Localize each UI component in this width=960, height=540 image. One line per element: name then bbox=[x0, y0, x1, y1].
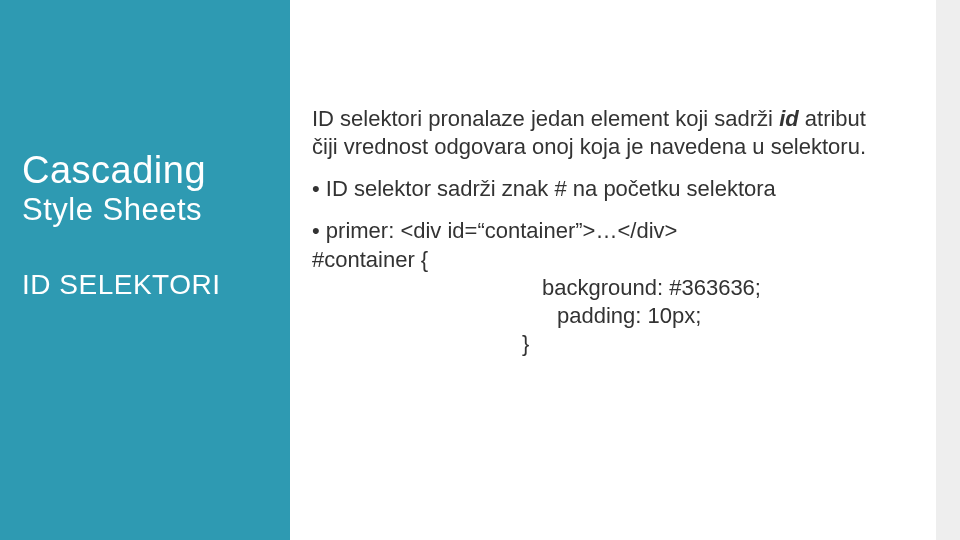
slide-subtitle: ID SELEKTORI bbox=[22, 269, 268, 301]
example-line-div: • primer: <div id=“container”>…</div> bbox=[312, 218, 677, 243]
example-line-background: background: #363636; bbox=[312, 275, 761, 300]
sidebar-panel: Cascading Style Sheets ID SELEKTORI bbox=[0, 0, 290, 540]
intro-text-a: ID selektori pronalaze jedan element koj… bbox=[312, 106, 779, 131]
slide: Cascading Style Sheets ID SELEKTORI ID s… bbox=[0, 0, 960, 540]
slide-title-line2: Style Sheets bbox=[22, 192, 268, 228]
example-line-padding: padding: 10px; bbox=[312, 303, 701, 328]
slide-title-line1: Cascading bbox=[22, 150, 268, 192]
example-line-selector: #container { bbox=[312, 247, 428, 272]
example-line-close: } bbox=[312, 331, 529, 356]
right-gutter bbox=[936, 0, 960, 540]
intro-id-keyword: id bbox=[779, 106, 799, 131]
example-block: • primer: <div id=“container”>…</div> #c… bbox=[312, 217, 890, 358]
bullet-hash-note: • ID selektor sadrži znak # na početku s… bbox=[312, 175, 890, 203]
paragraph-intro: ID selektori pronalaze jedan element koj… bbox=[312, 105, 890, 161]
content-area: ID selektori pronalaze jedan element koj… bbox=[290, 0, 960, 540]
